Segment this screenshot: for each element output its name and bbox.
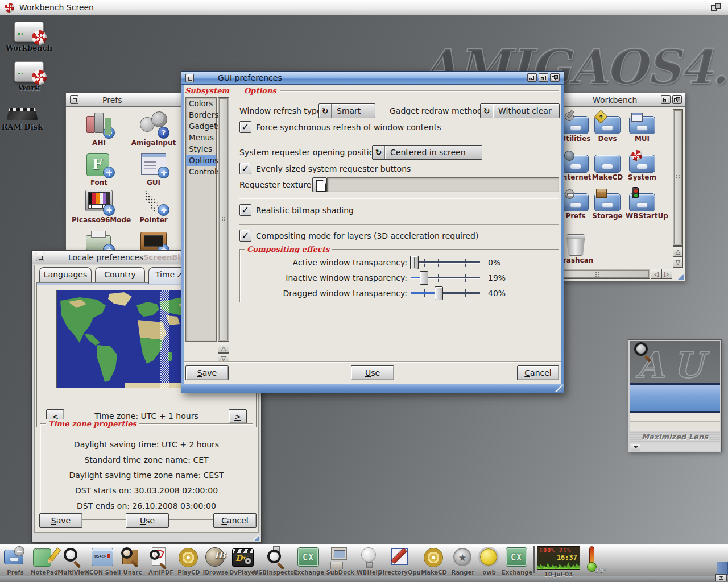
prefs-drawer-icon [3,546,28,569]
scroll-up-button[interactable]: △ [673,246,683,257]
use-button[interactable]: Use [126,513,169,528]
slider-handle[interactable] [410,256,419,269]
gui-window-title: GUI preferences [218,73,282,82]
desktop-icon-work[interactable]: Work [5,61,53,92]
realistic-shading-checkbox[interactable]: ✓ [239,204,251,216]
dock-item-directoryopus[interactable]: DirectoryOpus [383,545,419,576]
desktop-icon-workbench[interactable]: Workbench [5,22,53,52]
dock-item-ibrowse[interactable]: IB IBrowse [202,545,229,576]
dock-item-playcd[interactable]: PlayCD [175,545,202,576]
close-icon[interactable] [185,74,194,82]
dock-item-subdock[interactable]: SubDock [325,545,355,576]
list-item-gadgets[interactable]: Gadgets [186,120,216,132]
slider-handle[interactable] [435,286,443,300]
icon-label: AmigaInput [126,139,181,147]
list-item-colors[interactable]: Colors [186,98,216,109]
slider-handle[interactable] [420,271,428,285]
dock-item-amipdf[interactable]: AmiPDF [147,545,175,576]
dock-item-exchange-2[interactable]: CX Exchange [502,545,532,576]
scroll-down-button[interactable]: ▽ [673,257,683,268]
requester-pos-cycle[interactable]: ↻ Centered in screen [372,145,482,160]
wb-icon-devs[interactable]: Devs [591,114,624,143]
list-item-controls[interactable]: Controls [186,166,216,177]
prefs-icon-gui[interactable]: GUI [126,151,181,186]
depth-icon[interactable] [672,95,682,104]
realistic-shading-label: Realistic bitmap shading [256,206,354,215]
scroll-right-button[interactable]: ▷ [661,269,672,279]
close-icon[interactable] [36,253,44,261]
tab-country[interactable]: Country [95,267,145,282]
list-scrollbar[interactable] [218,97,229,342]
drawer-icon [629,193,655,211]
zoom-icon[interactable] [661,95,671,104]
dock-item-multiview[interactable]: MultiView [59,545,88,576]
v-scrollbar[interactable] [673,109,683,246]
dock-item-ranger[interactable]: ★ Ranger [449,545,477,576]
dock-item-prefs[interactable]: Prefs [1,545,30,576]
list-item-borders[interactable]: Borders [186,109,216,120]
lens-window[interactable]: AU Maximized Lens [628,340,721,452]
dock-item-cpu-meter[interactable]: 100% 21% 16:37 10-Jul-03 [537,545,580,577]
dock-item-notepad[interactable]: NotePad [30,545,59,576]
desktop-icon-ram-disk[interactable]: RAM Disk [0,103,47,131]
redraw-method-cycle[interactable]: ↻ Without clear [480,103,560,118]
dock-hide-button[interactable] [715,574,727,581]
wb-icon-storage[interactable]: Storage [591,191,624,220]
texture-field[interactable] [327,177,559,192]
wb-icon-makecd[interactable]: MakeCD [591,152,624,181]
v-scroll-grip[interactable] [674,110,682,244]
gui-window-bottom-border[interactable] [181,384,564,393]
prefs-icon-ahi[interactable]: AHI [72,111,126,147]
scroll-up-button[interactable]: △ [218,343,229,353]
list-scroll-grip[interactable] [219,98,228,340]
evenly-sized-checkbox[interactable]: ✓ [239,163,251,174]
dock-item-kcon-shell[interactable]: OS4:> KCON Shell [88,545,118,576]
depth-icon[interactable] [550,73,560,82]
scroll-left-button[interactable]: ◁ [651,269,661,279]
wb-icon-mui[interactable]: MUI [626,114,659,143]
world-map[interactable] [56,290,198,388]
inactive-transparency-slider[interactable] [411,271,480,285]
resize-corner[interactable] [252,534,259,541]
prefs-icon-font[interactable]: F Font [72,151,126,186]
list-item-options[interactable]: Options [186,155,216,166]
dragged-transparency-slider[interactable] [411,286,480,300]
active-transparency-slider[interactable] [411,256,480,269]
prefs-icon-picasso96mode[interactable]: Picasso96Mode [72,189,126,224]
list-item-styles[interactable]: Styles [186,143,216,155]
force-sync-checkbox[interactable]: ✓ [239,121,251,133]
force-sync-label: Force synchronous refresh of window cont… [256,123,441,132]
save-button[interactable]: Save [39,513,82,528]
save-button[interactable]: Save [185,365,229,380]
list-item-menus[interactable]: Menus [186,132,216,143]
lens-hide-button[interactable] [631,444,640,451]
cancel-button[interactable]: Cancel [517,365,559,380]
dock-item-unarc[interactable]: Unarc [118,545,147,576]
dock-date: 10-Jul-03 [544,571,573,577]
wb-icon-system[interactable]: System [626,152,659,181]
tab-languages[interactable]: Languages [39,267,92,282]
iconify-icon[interactable] [527,73,537,82]
use-button[interactable]: Use [351,365,394,380]
compositing-checkbox[interactable]: ✓ [239,230,251,242]
dock-item-owb[interactable]: owb [477,545,502,576]
dock-item-exchange[interactable]: CX Exchange [292,545,325,576]
dock-item-usbinspector[interactable]: USBInspector [258,545,292,576]
prefs-icon-pointer[interactable]: Pointer [126,189,181,224]
screen-depth-icon[interactable] [711,3,723,13]
close-icon[interactable] [70,95,78,104]
resize-corner[interactable] [676,272,684,280]
wb-icon-wbstartup[interactable]: WBStartUp [626,191,659,220]
zoom-icon[interactable] [539,73,548,82]
tz-next-button[interactable]: > [229,409,247,423]
gui-window-titlebar[interactable]: GUI preferences [181,72,564,85]
resize-corner[interactable] [555,385,562,392]
dock-item-makecd[interactable]: MakeCD [419,545,449,576]
cancel-button[interactable]: Cancel [213,513,257,528]
refresh-type-cycle[interactable]: ↻ Smart [318,103,375,118]
lens-blue-band [630,383,720,413]
screen-title-bar[interactable]: Workbench Screen [0,0,728,15]
prefs-icon-amigainput[interactable]: ? AmigaInput [126,111,181,147]
file-picker-icon[interactable] [312,177,327,192]
drawer-icon [562,155,589,173]
